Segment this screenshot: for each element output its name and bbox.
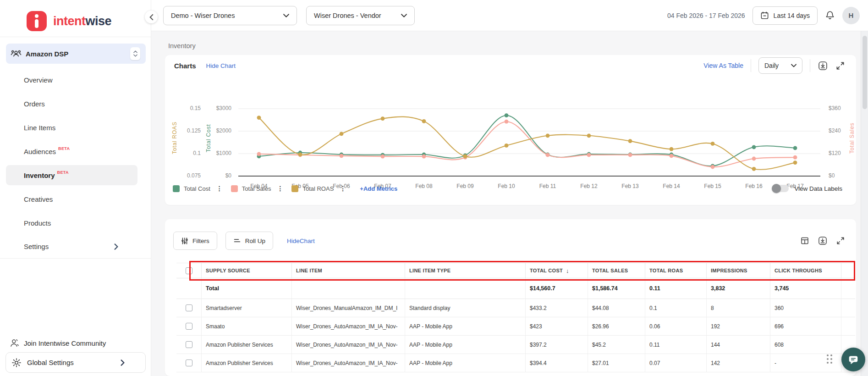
chat-fab[interactable]	[841, 348, 865, 371]
kebab-menu-icon[interactable]: ⋮	[214, 185, 225, 192]
checkbox-cell	[176, 354, 202, 372]
legend-item-total-sales[interactable]: Total Sales⋮	[231, 185, 286, 192]
sidebar-item-orders[interactable]: Orders	[0, 92, 151, 116]
data-point	[298, 153, 302, 157]
column-header-line-item-type[interactable]: LINE ITEM TYPE	[405, 263, 526, 278]
filter-icon	[181, 237, 188, 245]
profile-dropdown[interactable]: Demo - Wiser Drones	[163, 6, 297, 25]
fullscreen-table-icon[interactable]	[836, 236, 845, 245]
sidebar-item-overview[interactable]: Overview	[0, 68, 151, 92]
data-point	[505, 113, 509, 117]
avatar[interactable]: H	[842, 7, 860, 24]
sidebar-item-settings[interactable]: Settings	[0, 235, 151, 259]
data-point	[628, 153, 632, 157]
table-row[interactable]: SmartadserverWiser_Drones_ManualAmazon_I…	[176, 299, 855, 317]
total-cell	[292, 278, 405, 299]
chart-plot-area: Feb 04Feb 05Feb 06Feb 07Feb 08Feb 09Feb …	[165, 76, 856, 182]
column-header-total-cost[interactable]: TOTAL COST↓	[526, 263, 588, 278]
person-icon	[9, 338, 19, 348]
download-table-icon[interactable]	[818, 236, 828, 246]
row-checkbox[interactable]	[186, 341, 192, 348]
sidebar-item-creatives[interactable]: Creatives	[0, 187, 151, 211]
divider	[751, 59, 751, 72]
workspace-label: Amazon DSP	[26, 50, 68, 58]
row-checkbox[interactable]	[186, 359, 192, 366]
chart-legend: Total Cost⋮Total Sales⋮Total ROAS⋮ +Add …	[173, 182, 842, 195]
column-header-total-roas[interactable]: TOTAL ROAS	[645, 263, 707, 278]
workspace-selector-amazon-dsp[interactable]: Amazon DSP	[6, 44, 146, 64]
collapse-sidebar-button[interactable]	[145, 11, 158, 23]
beta-badge: BETA	[57, 170, 69, 175]
column-header-impressions[interactable]: IMPRESSIONS	[707, 263, 770, 278]
legend-item-total-roas[interactable]: Total ROAS⋮	[291, 185, 348, 192]
sidebar-item-inventory[interactable]: InventoryBETA	[0, 163, 151, 187]
checkbox-cell	[176, 317, 202, 335]
total-cell: 0.11	[645, 278, 707, 299]
table-row[interactable]: SmaatoWiser_Drones_AutoAmazon_IM_IA_Nov-…	[176, 317, 855, 336]
rollup-button[interactable]: Roll Up	[225, 232, 273, 250]
data-point	[505, 120, 509, 124]
table-row[interactable]: Amazon Publisher ServicesWiser_Drones_Au…	[176, 336, 855, 354]
sidebar-item-label: Inventory	[24, 171, 55, 179]
beta-badge: BETA	[58, 146, 70, 151]
column-header-supply-source[interactable]: SUPPLY SOURCE	[202, 263, 292, 278]
filters-button[interactable]: Filters	[173, 232, 217, 250]
sales-axis-tick: $0	[829, 172, 856, 179]
series-line-total-cost	[259, 116, 795, 166]
checkbox-cell	[176, 263, 202, 278]
sidebar-item-audiences[interactable]: AudiencesBETA	[0, 139, 151, 163]
sidebar-item-community[interactable]: Join Intentwise Community	[0, 336, 151, 350]
fullscreen-chart-icon[interactable]	[835, 61, 845, 71]
column-header-total-sales[interactable]: TOTAL SALES	[588, 263, 645, 278]
column-header-click-throughs[interactable]: CLICK THROUGHS	[770, 263, 841, 278]
view-data-labels-toggle[interactable]	[772, 185, 789, 192]
sidebar-item-products[interactable]: Products	[0, 211, 151, 235]
column-header-line-item[interactable]: LINE ITEM	[292, 263, 405, 278]
table-header-row: SUPPLY SOURCELINE ITEMLINE ITEM TYPETOTA…	[176, 263, 855, 278]
workspace-switcher-icon[interactable]	[130, 47, 140, 60]
sidebar-item-line-items[interactable]: Line Items	[0, 116, 151, 139]
table-cell: $394.4	[526, 354, 588, 372]
data-point	[711, 142, 715, 146]
row-checkbox[interactable]	[186, 304, 192, 311]
legend-item-total-cost[interactable]: Total Cost⋮	[173, 185, 225, 192]
notifications-bell-icon[interactable]	[825, 10, 835, 21]
select-all-checkbox[interactable]	[186, 267, 192, 274]
kebab-menu-icon[interactable]: ⋮	[338, 185, 348, 192]
roas-axis-tick: 0.075	[169, 172, 201, 179]
total-cell: Total	[202, 278, 292, 299]
table-cell: $26.96	[588, 317, 645, 335]
add-metrics-link[interactable]: +Add Metrics	[360, 185, 397, 192]
date-preset-label: Last 14 days	[774, 12, 810, 19]
table-cell: 696	[770, 317, 841, 335]
scrollbar-thumb[interactable]	[863, 36, 867, 109]
sidebar-item-label: Line Items	[24, 124, 55, 132]
table-cell: Smartadserver	[202, 299, 292, 317]
download-chart-icon[interactable]	[818, 61, 828, 71]
drag-handle-icon[interactable]	[827, 354, 838, 365]
sort-desc-icon[interactable]: ↓	[566, 267, 569, 274]
account-dropdown[interactable]: Wiser Drones - Vendor	[306, 6, 415, 25]
sidebar-nav: OverviewOrdersLine ItemsAudiencesBETAInv…	[0, 68, 151, 259]
row-checkbox[interactable]	[186, 323, 192, 330]
kebab-menu-icon[interactable]: ⋮	[275, 185, 285, 192]
sidebar-item-global-settings[interactable]: Global Settings	[5, 352, 146, 373]
hide-chart-link[interactable]: Hide Chart	[206, 62, 236, 69]
total-cell: $14,560.7	[526, 278, 588, 299]
table-cell: Wiser_Drones_AutoAmazon_IM_IA_Nov-	[292, 336, 405, 354]
page-title: Inventory	[168, 42, 196, 50]
granularity-dropdown[interactable]: Daily	[758, 57, 802, 74]
date-preset-button[interactable]: Last 14 days	[753, 6, 818, 25]
total-cell: 3,832	[707, 278, 770, 299]
chevron-left-icon	[149, 14, 154, 20]
table-view-icon[interactable]	[800, 236, 809, 245]
view-as-table-link[interactable]: View As Table	[703, 62, 743, 69]
table-cell: 192	[707, 317, 770, 335]
table-cell: 608	[770, 336, 841, 354]
logo-text: intentwise	[53, 14, 111, 28]
table-row[interactable]: Amazon Publisher ServicesWiser_Drones_Au…	[176, 354, 855, 372]
hide-chart-table-link[interactable]: HideChart	[287, 238, 315, 244]
table-cell: 144	[707, 336, 770, 354]
profile-dropdown-value: Demo - Wiser Drones	[171, 12, 235, 19]
gear-icon	[11, 358, 22, 368]
